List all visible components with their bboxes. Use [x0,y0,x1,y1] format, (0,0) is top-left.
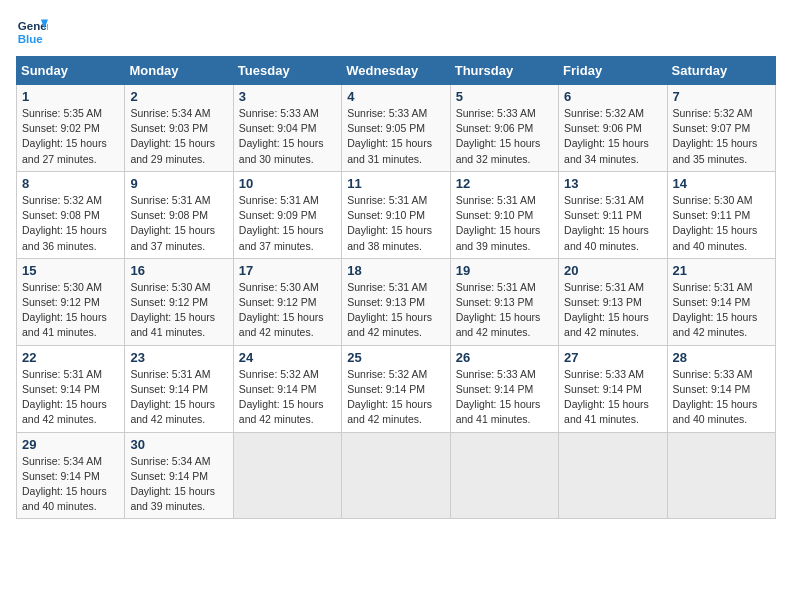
day-number: 1 [22,89,119,104]
calendar-cell: 12 Sunrise: 5:31 AMSunset: 9:10 PMDaylig… [450,171,558,258]
day-number: 7 [673,89,770,104]
week-row-4: 22 Sunrise: 5:31 AMSunset: 9:14 PMDaylig… [17,345,776,432]
day-number: 19 [456,263,553,278]
calendar-cell: 6 Sunrise: 5:32 AMSunset: 9:06 PMDayligh… [559,85,667,172]
day-info: Sunrise: 5:30 AMSunset: 9:12 PMDaylight:… [239,281,324,339]
calendar-cell: 23 Sunrise: 5:31 AMSunset: 9:14 PMDaylig… [125,345,233,432]
calendar-cell [667,432,775,519]
day-number: 21 [673,263,770,278]
week-row-1: 1 Sunrise: 5:35 AMSunset: 9:02 PMDayligh… [17,85,776,172]
calendar-table: SundayMondayTuesdayWednesdayThursdayFrid… [16,56,776,519]
day-number: 27 [564,350,661,365]
weekday-monday: Monday [125,57,233,85]
day-number: 17 [239,263,336,278]
calendar-cell: 18 Sunrise: 5:31 AMSunset: 9:13 PMDaylig… [342,258,450,345]
day-info: Sunrise: 5:32 AMSunset: 9:06 PMDaylight:… [564,107,649,165]
day-info: Sunrise: 5:33 AMSunset: 9:05 PMDaylight:… [347,107,432,165]
day-number: 23 [130,350,227,365]
calendar-cell: 2 Sunrise: 5:34 AMSunset: 9:03 PMDayligh… [125,85,233,172]
calendar-cell: 28 Sunrise: 5:33 AMSunset: 9:14 PMDaylig… [667,345,775,432]
weekday-thursday: Thursday [450,57,558,85]
day-number: 18 [347,263,444,278]
day-number: 3 [239,89,336,104]
weekday-header-row: SundayMondayTuesdayWednesdayThursdayFrid… [17,57,776,85]
day-info: Sunrise: 5:33 AMSunset: 9:14 PMDaylight:… [673,368,758,426]
page-header: General Blue [16,16,776,48]
day-info: Sunrise: 5:31 AMSunset: 9:09 PMDaylight:… [239,194,324,252]
calendar-cell: 22 Sunrise: 5:31 AMSunset: 9:14 PMDaylig… [17,345,125,432]
day-number: 16 [130,263,227,278]
calendar-cell: 7 Sunrise: 5:32 AMSunset: 9:07 PMDayligh… [667,85,775,172]
calendar-cell: 27 Sunrise: 5:33 AMSunset: 9:14 PMDaylig… [559,345,667,432]
day-number: 29 [22,437,119,452]
weekday-friday: Friday [559,57,667,85]
day-info: Sunrise: 5:31 AMSunset: 9:13 PMDaylight:… [564,281,649,339]
calendar-cell: 26 Sunrise: 5:33 AMSunset: 9:14 PMDaylig… [450,345,558,432]
day-info: Sunrise: 5:31 AMSunset: 9:10 PMDaylight:… [456,194,541,252]
calendar-cell: 20 Sunrise: 5:31 AMSunset: 9:13 PMDaylig… [559,258,667,345]
day-number: 12 [456,176,553,191]
calendar-cell: 4 Sunrise: 5:33 AMSunset: 9:05 PMDayligh… [342,85,450,172]
day-info: Sunrise: 5:33 AMSunset: 9:14 PMDaylight:… [456,368,541,426]
calendar-cell [233,432,341,519]
day-number: 10 [239,176,336,191]
calendar-cell: 13 Sunrise: 5:31 AMSunset: 9:11 PMDaylig… [559,171,667,258]
calendar-cell: 11 Sunrise: 5:31 AMSunset: 9:10 PMDaylig… [342,171,450,258]
calendar-cell [342,432,450,519]
day-info: Sunrise: 5:33 AMSunset: 9:04 PMDaylight:… [239,107,324,165]
calendar-cell: 29 Sunrise: 5:34 AMSunset: 9:14 PMDaylig… [17,432,125,519]
day-info: Sunrise: 5:31 AMSunset: 9:10 PMDaylight:… [347,194,432,252]
calendar-cell: 9 Sunrise: 5:31 AMSunset: 9:08 PMDayligh… [125,171,233,258]
calendar-cell: 30 Sunrise: 5:34 AMSunset: 9:14 PMDaylig… [125,432,233,519]
svg-text:Blue: Blue [18,33,44,45]
day-number: 24 [239,350,336,365]
day-info: Sunrise: 5:30 AMSunset: 9:12 PMDaylight:… [130,281,215,339]
day-number: 26 [456,350,553,365]
day-info: Sunrise: 5:31 AMSunset: 9:14 PMDaylight:… [22,368,107,426]
calendar-cell: 21 Sunrise: 5:31 AMSunset: 9:14 PMDaylig… [667,258,775,345]
day-info: Sunrise: 5:33 AMSunset: 9:14 PMDaylight:… [564,368,649,426]
day-number: 5 [456,89,553,104]
day-info: Sunrise: 5:31 AMSunset: 9:08 PMDaylight:… [130,194,215,252]
calendar-cell: 1 Sunrise: 5:35 AMSunset: 9:02 PMDayligh… [17,85,125,172]
day-info: Sunrise: 5:30 AMSunset: 9:12 PMDaylight:… [22,281,107,339]
day-number: 6 [564,89,661,104]
calendar-cell: 24 Sunrise: 5:32 AMSunset: 9:14 PMDaylig… [233,345,341,432]
day-number: 13 [564,176,661,191]
weekday-tuesday: Tuesday [233,57,341,85]
weekday-wednesday: Wednesday [342,57,450,85]
day-number: 30 [130,437,227,452]
calendar-cell [450,432,558,519]
day-info: Sunrise: 5:31 AMSunset: 9:13 PMDaylight:… [347,281,432,339]
day-info: Sunrise: 5:31 AMSunset: 9:13 PMDaylight:… [456,281,541,339]
day-info: Sunrise: 5:32 AMSunset: 9:14 PMDaylight:… [347,368,432,426]
day-number: 2 [130,89,227,104]
day-number: 25 [347,350,444,365]
day-info: Sunrise: 5:31 AMSunset: 9:14 PMDaylight:… [673,281,758,339]
day-info: Sunrise: 5:34 AMSunset: 9:03 PMDaylight:… [130,107,215,165]
weekday-saturday: Saturday [667,57,775,85]
day-number: 20 [564,263,661,278]
day-number: 8 [22,176,119,191]
day-info: Sunrise: 5:32 AMSunset: 9:14 PMDaylight:… [239,368,324,426]
calendar-cell: 8 Sunrise: 5:32 AMSunset: 9:08 PMDayligh… [17,171,125,258]
logo: General Blue [16,16,48,48]
day-info: Sunrise: 5:31 AMSunset: 9:11 PMDaylight:… [564,194,649,252]
week-row-3: 15 Sunrise: 5:30 AMSunset: 9:12 PMDaylig… [17,258,776,345]
weekday-sunday: Sunday [17,57,125,85]
calendar-cell: 3 Sunrise: 5:33 AMSunset: 9:04 PMDayligh… [233,85,341,172]
day-number: 11 [347,176,444,191]
calendar-cell: 25 Sunrise: 5:32 AMSunset: 9:14 PMDaylig… [342,345,450,432]
day-info: Sunrise: 5:34 AMSunset: 9:14 PMDaylight:… [130,455,215,513]
calendar-cell [559,432,667,519]
logo-icon: General Blue [16,16,48,48]
calendar-cell: 17 Sunrise: 5:30 AMSunset: 9:12 PMDaylig… [233,258,341,345]
calendar-cell: 16 Sunrise: 5:30 AMSunset: 9:12 PMDaylig… [125,258,233,345]
calendar-cell: 10 Sunrise: 5:31 AMSunset: 9:09 PMDaylig… [233,171,341,258]
day-number: 9 [130,176,227,191]
day-info: Sunrise: 5:33 AMSunset: 9:06 PMDaylight:… [456,107,541,165]
calendar-cell: 5 Sunrise: 5:33 AMSunset: 9:06 PMDayligh… [450,85,558,172]
day-number: 28 [673,350,770,365]
calendar-body: 1 Sunrise: 5:35 AMSunset: 9:02 PMDayligh… [17,85,776,519]
day-number: 4 [347,89,444,104]
